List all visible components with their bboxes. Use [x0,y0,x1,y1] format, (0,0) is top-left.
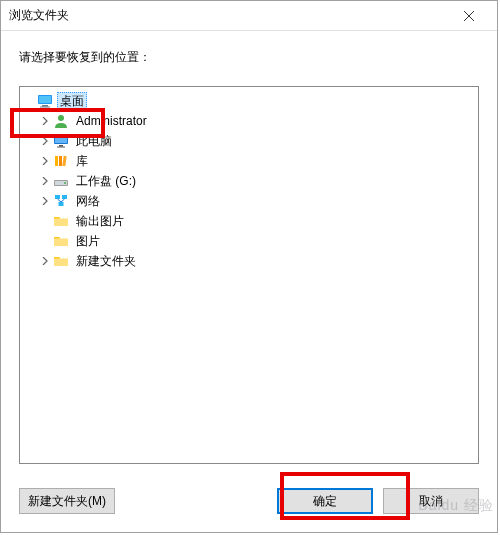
tree-label: 桌面 [57,92,87,111]
tree-item[interactable]: Administrator [20,111,478,131]
svg-rect-4 [42,105,48,107]
ok-button[interactable]: 确定 [277,488,373,514]
svg-point-6 [58,115,64,121]
svg-rect-11 [55,156,58,166]
chevron-right-icon[interactable] [38,154,52,168]
folder-icon [53,213,69,229]
tree-label: 库 [73,152,91,171]
tree-item-desktop[interactable]: 桌面 [20,91,478,111]
pc-icon [53,133,69,149]
tree-label: 输出图片 [73,212,127,231]
svg-line-20 [58,199,62,202]
svg-rect-9 [59,145,63,147]
folder-icon [53,253,69,269]
instruction-text: 请选择要恢复到的位置： [1,31,497,76]
chevron-right-icon[interactable] [38,134,52,148]
tree-item[interactable]: 图片 [20,231,478,251]
tree-label: 网络 [73,192,103,211]
chevron-right-icon[interactable] [38,114,52,128]
cancel-button[interactable]: 取消 [383,488,479,514]
svg-rect-18 [62,195,67,199]
window-title: 浏览文件夹 [9,7,449,24]
svg-rect-10 [57,147,65,148]
svg-rect-19 [59,202,64,206]
tree-label: 新建文件夹 [73,252,139,271]
tree-item[interactable]: 新建文件夹 [20,251,478,271]
tree-item[interactable]: 工作盘 (G:) [20,171,478,191]
svg-rect-13 [62,156,66,166]
svg-rect-8 [55,136,67,143]
tree-label: 工作盘 (G:) [73,172,139,191]
tree-item[interactable]: 网络 [20,191,478,211]
new-folder-button[interactable]: 新建文件夹(M) [19,488,115,514]
svg-rect-3 [39,96,51,103]
svg-point-16 [64,182,66,184]
network-icon [53,193,69,209]
library-icon [53,153,69,169]
button-row: 新建文件夹(M) 确定 取消 [1,476,497,532]
tree-item[interactable]: 库 [20,151,478,171]
close-icon [464,11,474,21]
tree-label: Administrator [73,113,150,129]
drive-icon [53,173,69,189]
svg-line-21 [61,199,65,202]
folder-tree[interactable]: 桌面 Administrator 此电脑 库 工作盘 (G:) 网络 [19,86,479,464]
tree-item[interactable]: 此电脑 [20,131,478,151]
folder-icon [53,233,69,249]
chevron-right-icon[interactable] [38,174,52,188]
titlebar: 浏览文件夹 [1,1,497,31]
user-icon [53,113,69,129]
chevron-right-icon[interactable] [38,194,52,208]
tree-label: 此电脑 [73,132,115,151]
svg-rect-12 [59,156,62,166]
close-button[interactable] [449,2,489,30]
chevron-right-icon[interactable] [38,254,52,268]
tree-label: 图片 [73,232,103,251]
tree-item[interactable]: 输出图片 [20,211,478,231]
browse-folder-dialog: 浏览文件夹 请选择要恢复到的位置： 桌面 Administrator 此电脑 [0,0,498,533]
svg-rect-17 [55,195,60,199]
svg-rect-5 [40,107,50,108]
desktop-icon [37,93,53,109]
